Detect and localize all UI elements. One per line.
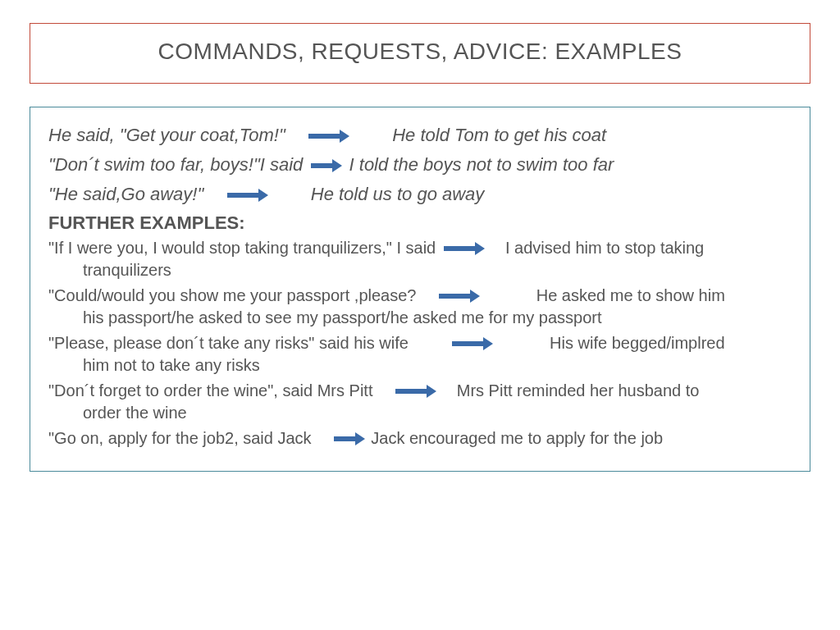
direct-speech: "Please, please don´t take any risks" sa… — [48, 334, 409, 352]
content-box: He said, "Get your coat,Tom!" He told To… — [30, 107, 810, 472]
reported-speech: Jack encouraged me to apply for the job — [371, 429, 663, 447]
continuation: him not to take any risks — [48, 354, 792, 377]
arrow-icon — [309, 161, 342, 171]
reported-speech: He told Tom to get his coat — [392, 125, 606, 145]
direct-speech: "Don´t forget to order the wine", said M… — [48, 381, 372, 399]
continuation: tranquilizers — [48, 259, 792, 281]
example-4: "Go on, apply for the job2, said Jack Ja… — [48, 427, 792, 450]
arrow-icon — [226, 190, 268, 200]
arrow-icon — [442, 244, 485, 253]
example-1: "Could/would you show me your passport ,… — [48, 285, 792, 329]
direct-speech: "Don´t swim too far, boys!"I said — [48, 154, 303, 175]
intro-example-2: "He said,Go away!" He told us to go away — [48, 181, 792, 208]
reported-speech: He told us to go away — [311, 184, 485, 204]
direct-speech: "If I were you, I would stop taking tran… — [48, 239, 436, 257]
direct-speech: "Could/would you show me your passport ,… — [48, 286, 416, 304]
continuation: order the wine — [48, 402, 792, 424]
arrow-icon — [394, 386, 436, 396]
further-examples-heading: FURTHER EXAMPLES: — [48, 212, 792, 234]
direct-speech: "Go on, apply for the job2, said Jack — [48, 429, 312, 447]
intro-example-1: "Don´t swim too far, boys!"I said I told… — [48, 152, 792, 178]
arrow-icon — [450, 339, 493, 349]
reported-speech: His wife begged/implred — [550, 334, 724, 352]
page-title: COMMANDS, REQUESTS, ADVICE: EXAMPLES — [30, 39, 810, 65]
arrow-icon — [332, 434, 365, 444]
direct-speech: He said, "Get your coat,Tom!" — [48, 125, 285, 145]
reported-speech: He asked me to show him — [536, 286, 725, 304]
title-box: COMMANDS, REQUESTS, ADVICE: EXAMPLES — [30, 23, 810, 84]
reported-speech: Mrs Pitt reminded her husband to — [457, 381, 700, 399]
reported-speech: I told the boys not to swim too far — [349, 154, 614, 175]
example-3: "Don´t forget to order the wine", said M… — [48, 380, 792, 424]
arrow-icon — [437, 291, 480, 301]
reported-speech: I advised him to stop taking — [505, 239, 704, 257]
direct-speech: "He said,Go away!" — [48, 184, 203, 204]
intro-example-0: He said, "Get your coat,Tom!" He told To… — [48, 122, 792, 148]
example-2: "Please, please don´t take any risks" sa… — [48, 332, 792, 377]
example-0: "If I were you, I would stop taking tran… — [48, 237, 792, 281]
arrow-icon — [307, 131, 349, 141]
continuation: his passport/he asked to see my passport… — [48, 307, 792, 329]
